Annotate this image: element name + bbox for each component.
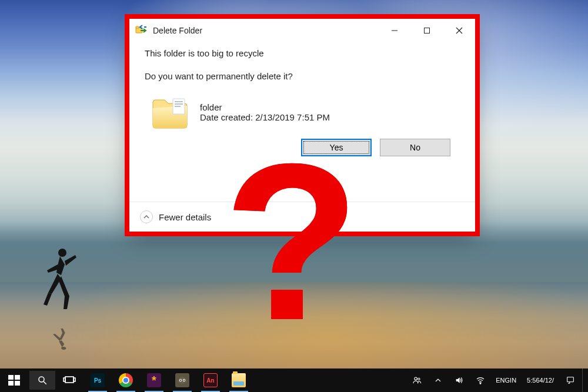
svg-point-0 — [58, 249, 66, 257]
svg-rect-24 — [567, 377, 574, 382]
taskbar-app-gimp[interactable] — [168, 368, 196, 392]
maximize-button[interactable] — [410, 19, 443, 42]
dialog-body: This folder is too big to recycle Do you… — [129, 42, 475, 202]
svg-rect-9 — [8, 375, 14, 380]
svg-point-20 — [183, 380, 185, 381]
taskbar: Ps An ENG IN 5:56 4/12/ — [0, 368, 588, 392]
wallpaper-reflection — [0, 282, 588, 368]
dialog-message-2: Do you want to permanently delete it? — [145, 71, 460, 81]
details-toggle[interactable]: Fewer details — [159, 212, 211, 222]
no-button[interactable]: No — [380, 139, 450, 156]
svg-rect-4 — [424, 28, 429, 33]
taskbar-app-photoshop[interactable]: Ps — [83, 368, 112, 392]
svg-point-22 — [418, 378, 420, 380]
dialog-item-row: folder Date created: 2/13/2019 7:51 PM — [145, 92, 460, 133]
language-indicator[interactable]: ENG IN — [492, 368, 520, 392]
item-name: folder — [200, 102, 330, 112]
item-date-created: Date created: 2/13/2019 7:51 PM — [200, 112, 330, 122]
folder-icon — [149, 92, 191, 133]
svg-rect-3 — [136, 26, 139, 28]
chevron-up-icon[interactable] — [140, 210, 153, 223]
delete-folder-icon — [135, 25, 147, 36]
taskbar-search[interactable] — [29, 371, 55, 390]
taskbar-app-chrome[interactable] — [112, 368, 140, 392]
svg-rect-7 — [175, 103, 183, 105]
network-button[interactable] — [471, 368, 490, 392]
minimize-button[interactable] — [378, 19, 410, 42]
lang-secondary: IN — [510, 377, 516, 384]
animate-icon: An — [203, 373, 218, 387]
svg-rect-6 — [175, 101, 183, 102]
clock-date: 4/12/ — [540, 377, 554, 384]
svg-rect-15 — [64, 378, 65, 381]
volume-button[interactable] — [450, 368, 469, 392]
taskbar-app-animate[interactable]: An — [196, 368, 225, 392]
yes-button[interactable]: Yes — [301, 139, 372, 156]
task-view-button[interactable] — [55, 368, 83, 392]
clock-time: 5:56 — [527, 377, 539, 384]
photoshop-icon: Ps — [91, 373, 105, 387]
svg-point-1 — [61, 347, 66, 350]
wallpaper-runner-shadow — [41, 326, 81, 350]
dialog-titlebar[interactable]: Delete Folder — [129, 19, 475, 42]
close-button[interactable] — [443, 19, 475, 42]
system-tray: ENG IN 5:56 4/12/ — [407, 368, 588, 392]
taskbar-app-explorer[interactable] — [225, 368, 253, 392]
tray-overflow-button[interactable] — [429, 368, 447, 392]
svg-rect-14 — [65, 377, 74, 383]
clock[interactable]: 5:56 4/12/ — [522, 368, 559, 392]
taskbar-app-slack[interactable] — [140, 368, 168, 392]
start-button[interactable] — [0, 368, 28, 392]
chrome-icon — [119, 373, 133, 387]
dialog-button-row: Yes No — [145, 133, 460, 156]
svg-point-13 — [39, 377, 44, 382]
svg-rect-10 — [15, 375, 20, 380]
svg-point-23 — [480, 383, 481, 384]
svg-rect-11 — [8, 381, 14, 386]
dialog-title: Delete Folder — [153, 26, 202, 35]
delete-folder-dialog: Delete Folder This folder is too big to … — [129, 19, 475, 232]
svg-rect-12 — [15, 381, 20, 386]
file-explorer-icon — [232, 373, 246, 387]
people-button[interactable] — [407, 368, 426, 392]
svg-rect-16 — [74, 378, 75, 381]
dialog-message-1: This folder is too big to recycle — [145, 48, 460, 58]
show-desktop-button[interactable] — [582, 368, 586, 392]
svg-point-19 — [180, 380, 181, 381]
gimp-icon — [175, 373, 189, 387]
svg-rect-8 — [175, 106, 181, 107]
svg-point-21 — [415, 377, 417, 380]
action-center-button[interactable] — [561, 368, 580, 392]
slack-icon — [147, 373, 161, 387]
dialog-footer: Fewer details — [129, 202, 475, 232]
lang-primary: ENG — [496, 377, 510, 384]
wallpaper-runner — [44, 247, 79, 317]
